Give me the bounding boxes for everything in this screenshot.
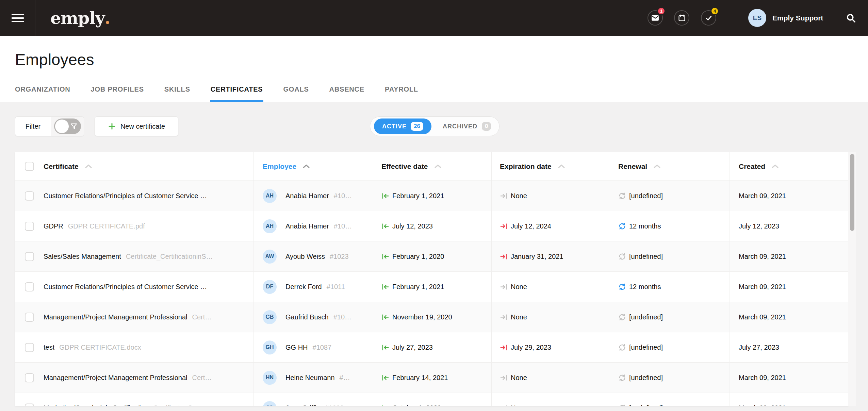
renewal-cell: [undefined] [611, 393, 730, 406]
renewal-value: [undefined] [629, 404, 663, 407]
column-header-certificate[interactable]: Certificate [15, 152, 253, 180]
created-cell: March 09, 2021 [730, 272, 848, 302]
segment-archived[interactable]: ARCHIVED 0 [443, 117, 491, 136]
effective-date: February 1, 2021 [392, 192, 444, 200]
expiration-date-cell: None [491, 272, 611, 302]
expiration-date: None [511, 283, 527, 291]
page-header: Employees ORGANIZATIONJOB PROFILESSKILLS… [0, 36, 868, 102]
employee-avatar: HN [263, 371, 277, 385]
tab-skills[interactable]: SKILLS [164, 85, 190, 102]
table-scrollbar-track[interactable] [848, 152, 856, 406]
column-label: Expiration date [500, 162, 552, 171]
menu-button[interactable] [0, 0, 35, 36]
calendar-button[interactable] [674, 10, 689, 26]
row-checkbox[interactable] [25, 313, 34, 322]
column-header-employee[interactable]: Employee [253, 152, 374, 180]
new-certificate-label: New certificate [120, 123, 165, 130]
row-checkbox[interactable] [25, 404, 34, 407]
effective-date-cell: July 12, 2023 [374, 211, 491, 241]
row-checkbox[interactable] [25, 373, 34, 382]
renewal-cell: 12 months [611, 272, 730, 302]
table-row[interactable]: Customer Relations/Principles of Custome… [15, 272, 848, 302]
user-name[interactable]: Emply Support [772, 0, 823, 36]
row-checkbox[interactable] [25, 343, 34, 352]
tasks-button[interactable]: 4 [701, 10, 716, 26]
search-button[interactable] [834, 0, 868, 36]
segment-control: ACTIVE 26 ARCHIVED 0 [370, 116, 499, 136]
column-label: Certificate [44, 162, 79, 171]
tab-goals[interactable]: GOALS [283, 85, 309, 102]
table-row[interactable]: Management/Project Management Profession… [15, 302, 848, 332]
new-certificate-button[interactable]: New certificate [95, 116, 178, 136]
table-row[interactable]: Marketing/Google Ads Certification Certi… [15, 393, 848, 406]
column-header-effective-date[interactable]: Effective date [374, 152, 491, 180]
effective-date-cell: February 1, 2020 [374, 241, 491, 271]
segment-active[interactable]: ACTIVE 26 [374, 118, 431, 134]
logo[interactable]: emply. [50, 0, 110, 36]
sort-caret-icon [302, 164, 310, 169]
page-title: Employees [15, 50, 94, 69]
employee-id: #10… [334, 192, 352, 200]
page: emply. 1 4 ES Emply Support Employees OR… [0, 0, 868, 411]
table-row[interactable]: Management/Project Management Profession… [15, 363, 848, 393]
tasks-badge: 4 [711, 7, 719, 15]
table-scrollbar-thumb[interactable] [850, 154, 854, 231]
renewal-value: [undefined] [629, 344, 663, 351]
select-all-checkbox[interactable] [25, 162, 34, 171]
employee-id: #1011 [327, 283, 345, 291]
tab-certificates[interactable]: CERTIFICATES [211, 85, 263, 102]
employee-name: Derrek Ford [285, 283, 322, 291]
logo-text: emply [50, 8, 104, 28]
effective-date-icon [381, 222, 389, 230]
filter-toggle-track[interactable] [54, 118, 81, 134]
column-label: Effective date [381, 162, 428, 171]
tab-job-profiles[interactable]: JOB PROFILES [91, 85, 144, 102]
tab-payroll[interactable]: PAYROLL [385, 85, 418, 102]
effective-date-icon [381, 374, 389, 382]
table-row[interactable]: Sales/Sales Management Certificate_Certi… [15, 241, 848, 272]
tab-absence[interactable]: ABSENCE [329, 85, 364, 102]
employee-id: #1087 [313, 344, 332, 351]
employee-cell: AH Anabia Hamer #10… [253, 211, 374, 241]
expiration-date-icon [500, 192, 508, 200]
tab-organization[interactable]: ORGANIZATION [15, 85, 70, 102]
certificate-name: Marketing/Google Ads Certification [44, 404, 148, 407]
row-checkbox[interactable] [25, 252, 34, 261]
table-row[interactable]: test GDPR CERTIFICATE.docx GH GG HH #108… [15, 332, 848, 363]
effective-date: July 12, 2023 [392, 222, 433, 230]
user-avatar[interactable]: ES [748, 9, 766, 27]
employee-name: June Griffin [285, 404, 320, 407]
expiration-date-icon [500, 313, 508, 321]
table-row[interactable]: GDPR GDPR CERTIFICATE.pdf AH Anabia Hame… [15, 211, 848, 241]
created-cell: March 09, 2021 [730, 393, 848, 406]
employee-id: #1023 [330, 253, 349, 260]
row-checkbox[interactable] [25, 222, 34, 231]
certificate-cell: test GDPR CERTIFICATE.docx [15, 332, 253, 362]
employee-name: Ayoub Weiss [285, 253, 325, 260]
row-checkbox[interactable] [25, 282, 34, 291]
employee-avatar: GB [263, 310, 277, 324]
row-checkbox[interactable] [25, 191, 34, 201]
column-header-expiration-date[interactable]: Expiration date [491, 152, 611, 180]
mail-button[interactable]: 1 [648, 10, 663, 26]
mail-badge: 1 [657, 7, 665, 15]
tabs: ORGANIZATIONJOB PROFILESSKILLSCERTIFICAT… [15, 85, 418, 102]
toggle-knob[interactable] [55, 120, 69, 133]
column-header-created[interactable]: Created [730, 152, 848, 180]
created-date: July 12, 2023 [739, 222, 779, 230]
column-label: Renewal [618, 162, 647, 171]
expiration-date: None [511, 404, 527, 407]
employee-cell: GB Gaufrid Busch #10… [253, 302, 374, 332]
table-row[interactable]: Customer Relations/Principles of Custome… [15, 181, 848, 211]
employee-cell: AW Ayoub Weiss #1023 [253, 241, 374, 271]
filter-toggle[interactable] [51, 117, 84, 136]
column-header-renewal[interactable]: Renewal [611, 152, 730, 180]
employee-cell: GH GG HH #1087 [253, 332, 374, 362]
renewal-value: [undefined] [629, 192, 663, 200]
created-date: March 09, 2021 [739, 283, 786, 291]
employee-avatar: AH [263, 219, 277, 233]
created-cell: July 27, 2023 [730, 332, 848, 362]
effective-date-cell: February 1, 2021 [374, 272, 491, 302]
effective-date-cell: November 19, 2020 [374, 302, 491, 332]
expiration-date: None [511, 374, 527, 382]
